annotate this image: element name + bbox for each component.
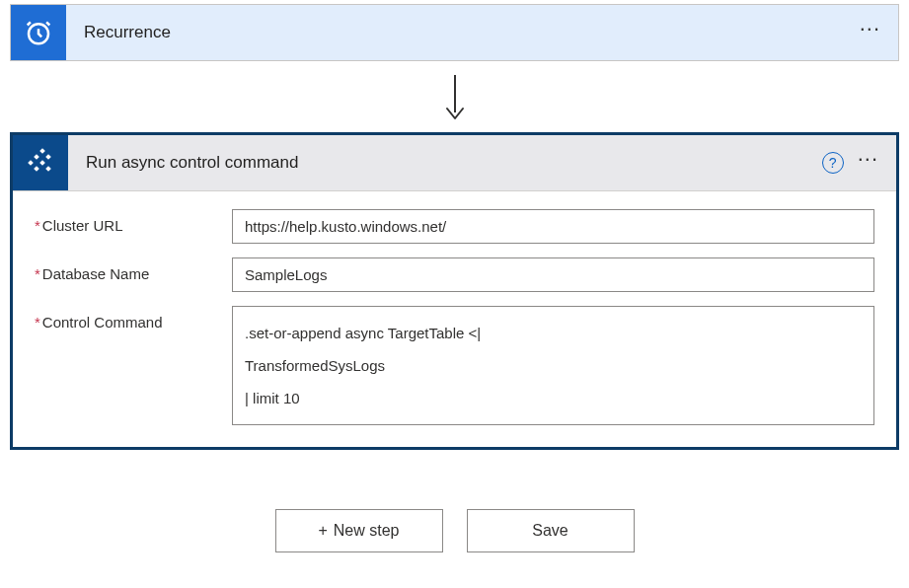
run-async-title: Run async control command (68, 153, 822, 173)
database-name-row: *Database Name (35, 257, 874, 292)
svg-rect-7 (45, 154, 51, 160)
recurrence-header: Recurrence ··· (11, 5, 898, 60)
recurrence-title: Recurrence (66, 23, 860, 42)
cluster-url-row: *Cluster URL (35, 209, 874, 244)
control-command-input[interactable]: .set-or-append async TargetTable <| Tran… (232, 306, 874, 425)
control-command-label: *Control Command (35, 306, 232, 331)
clock-icon (11, 5, 66, 60)
run-async-actions: ? ··· (822, 148, 896, 178)
plus-icon: + (318, 522, 327, 539)
save-button[interactable]: Save (467, 509, 635, 552)
svg-rect-3 (34, 154, 39, 160)
run-async-step-card: Run async control command ? ··· *Cluster… (10, 132, 899, 450)
save-label: Save (532, 522, 568, 539)
more-icon[interactable]: ··· (860, 18, 880, 47)
control-command-label-text: Control Command (42, 314, 163, 331)
recurrence-step-card[interactable]: Recurrence ··· (10, 4, 899, 61)
database-name-input[interactable] (232, 257, 874, 292)
help-icon[interactable]: ? (822, 152, 844, 174)
footer-actions: +New step Save (10, 509, 899, 552)
svg-rect-8 (45, 166, 51, 172)
control-command-row: *Control Command .set-or-append async Ta… (35, 306, 874, 425)
svg-rect-6 (39, 148, 45, 154)
database-name-label: *Database Name (35, 257, 232, 282)
kusto-icon (13, 135, 68, 190)
svg-rect-5 (39, 160, 45, 166)
new-step-label: New step (334, 522, 400, 539)
cluster-url-label: *Cluster URL (35, 209, 232, 234)
connector-arrow-icon (10, 61, 899, 132)
more-icon[interactable]: ··· (858, 148, 878, 178)
cluster-url-input[interactable] (232, 209, 874, 244)
recurrence-actions: ··· (860, 18, 898, 47)
svg-rect-2 (28, 160, 34, 166)
run-async-body: *Cluster URL *Database Name *Control Com… (13, 191, 896, 447)
svg-rect-4 (34, 166, 39, 172)
database-name-label-text: Database Name (42, 265, 149, 282)
cluster-url-label-text: Cluster URL (42, 217, 123, 234)
new-step-button[interactable]: +New step (275, 509, 443, 552)
run-async-header[interactable]: Run async control command ? ··· (13, 135, 896, 191)
